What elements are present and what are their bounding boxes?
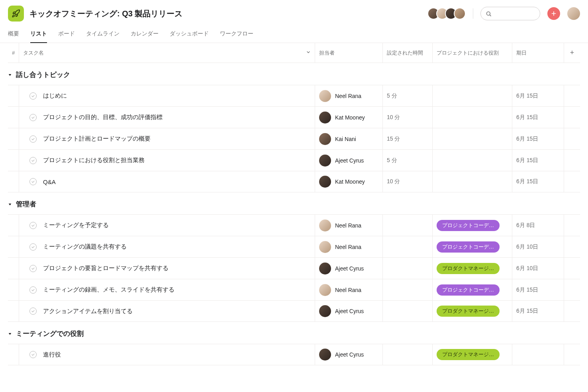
- task-name-cell[interactable]: ミーティングの録画、メモ、スライドを共有する: [19, 279, 315, 300]
- time-cell[interactable]: 10 分: [383, 107, 433, 128]
- project-members[interactable]: [427, 8, 466, 20]
- assignee-cell[interactable]: Ajeet Cyrus: [315, 150, 383, 171]
- role-cell[interactable]: [433, 128, 512, 149]
- date-cell[interactable]: 6月 15日: [512, 279, 564, 300]
- task-name-cell[interactable]: プロジェクトの目的、目標、成功の評価指標: [19, 107, 315, 128]
- role-cell[interactable]: [433, 171, 512, 192]
- assignee-cell[interactable]: Neel Rana: [315, 236, 383, 257]
- role-cell[interactable]: プロダクトマネージ…: [433, 258, 512, 279]
- role-cell[interactable]: プロジェクトコーデ…: [433, 279, 512, 300]
- task-row[interactable]: 進行役Ajeet Cyrusプロダクトマネージ…: [8, 344, 580, 365]
- assignee-avatar[interactable]: [319, 349, 331, 361]
- role-pill[interactable]: プロダクトマネージ…: [437, 349, 500, 360]
- task-row[interactable]: はじめにNeel Rana5 分6月 15日: [8, 85, 580, 106]
- current-user-avatar[interactable]: [567, 7, 580, 20]
- role-cell[interactable]: [433, 150, 512, 171]
- task-complete-checkbox[interactable]: [29, 92, 37, 100]
- assignee-cell[interactable]: Kat Mooney: [315, 107, 383, 128]
- task-row[interactable]: アクションアイテムを割り当てるAjeet Cyrusプロダクトマネージ…6月 1…: [8, 300, 580, 322]
- assignee-cell[interactable]: Neel Rana: [315, 215, 383, 236]
- section-collapse-icon[interactable]: [8, 73, 12, 77]
- assignee-cell[interactable]: Neel Rana: [315, 85, 383, 106]
- time-cell[interactable]: 5 分: [383, 150, 433, 171]
- column-time[interactable]: 設定された時間: [383, 43, 433, 63]
- date-cell[interactable]: 6月 10日: [512, 258, 564, 279]
- date-cell[interactable]: 6月 15日: [512, 85, 564, 106]
- date-cell[interactable]: [512, 344, 564, 365]
- assignee-avatar[interactable]: [319, 112, 331, 123]
- assignee-cell[interactable]: Kai Nani: [315, 128, 383, 149]
- date-cell[interactable]: 6月 15日: [512, 107, 564, 128]
- role-cell[interactable]: プロジェクトコーデ…: [433, 236, 512, 257]
- task-row[interactable]: プロジェクトの目的、目標、成功の評価指標Kat Mooney10 分6月 15日: [8, 106, 580, 128]
- time-cell[interactable]: [383, 279, 433, 300]
- role-cell[interactable]: [433, 85, 512, 106]
- task-complete-checkbox[interactable]: [29, 265, 37, 272]
- assignee-avatar[interactable]: [319, 220, 331, 231]
- section-header[interactable]: 話し合うトピック: [8, 63, 580, 85]
- date-cell[interactable]: 6月 8日: [512, 215, 564, 236]
- date-cell[interactable]: 6月 15日: [512, 301, 564, 321]
- role-cell[interactable]: プロジェクトコーデ…: [433, 215, 512, 236]
- task-name-cell[interactable]: 進行役: [19, 344, 315, 365]
- time-cell[interactable]: [383, 215, 433, 236]
- assignee-cell[interactable]: Neel Rana: [315, 279, 383, 300]
- task-row[interactable]: ミーティングを予定するNeel Ranaプロジェクトコーデ…6月 8日: [8, 214, 580, 236]
- section-collapse-icon[interactable]: [8, 202, 12, 206]
- task-row[interactable]: ミーティングの議題を共有するNeel Ranaプロジェクトコーデ…6月 10日: [8, 236, 580, 257]
- time-cell[interactable]: [383, 258, 433, 279]
- role-pill[interactable]: プロダクトマネージ…: [437, 263, 500, 274]
- assignee-avatar[interactable]: [319, 176, 331, 188]
- chevron-down-icon[interactable]: [306, 50, 311, 56]
- section-header[interactable]: ミーティングでの役割: [8, 322, 580, 344]
- assignee-cell[interactable]: Ajeet Cyrus: [315, 301, 383, 321]
- role-cell[interactable]: プロダクトマネージ…: [433, 344, 512, 365]
- time-cell[interactable]: 15 分: [383, 128, 433, 149]
- tab-ワークフロー[interactable]: ワークフロー: [220, 27, 253, 43]
- task-name-cell[interactable]: はじめに: [19, 85, 315, 106]
- task-name-cell[interactable]: プロジェクトの要旨とロードマップを共有する: [19, 258, 315, 279]
- time-cell[interactable]: [383, 301, 433, 321]
- role-pill[interactable]: プロジェクトコーデ…: [437, 284, 500, 296]
- tab-概要[interactable]: 概要: [8, 27, 19, 43]
- task-name-cell[interactable]: Q&A: [19, 171, 315, 192]
- section-header[interactable]: 管理者: [8, 192, 580, 214]
- task-complete-checkbox[interactable]: [29, 243, 37, 251]
- role-pill[interactable]: プロジェクトコーデ…: [437, 220, 500, 231]
- date-cell[interactable]: 6月 15日: [512, 128, 564, 149]
- assignee-avatar[interactable]: [319, 241, 331, 253]
- task-row[interactable]: ミーティングの録画、メモ、スライドを共有するNeel Ranaプロジェクトコーデ…: [8, 279, 580, 300]
- assignee-cell[interactable]: Ajeet Cyrus: [315, 344, 383, 365]
- task-complete-checkbox[interactable]: [29, 178, 37, 185]
- role-cell[interactable]: プロダクトマネージ…: [433, 301, 512, 321]
- assignee-cell[interactable]: Kat Mooney: [315, 171, 383, 192]
- add-button[interactable]: [547, 7, 560, 20]
- assignee-avatar[interactable]: [319, 284, 331, 296]
- date-cell[interactable]: 6月 10日: [512, 236, 564, 257]
- time-cell[interactable]: [383, 236, 433, 257]
- role-pill[interactable]: プロダクトマネージ…: [437, 306, 500, 317]
- task-name-cell[interactable]: ミーティングを予定する: [19, 215, 315, 236]
- assignee-avatar[interactable]: [319, 90, 331, 102]
- task-complete-checkbox[interactable]: [29, 351, 37, 358]
- assignee-cell[interactable]: Ajeet Cyrus: [315, 258, 383, 279]
- task-row[interactable]: プロジェクト計画とロードマップの概要Kai Nani15 分6月 15日: [8, 128, 580, 149]
- column-taskname[interactable]: タスク名: [19, 43, 315, 63]
- task-name-cell[interactable]: プロジェクトにおける役割と担当業務: [19, 150, 315, 171]
- task-name-cell[interactable]: ミーティングの議題を共有する: [19, 236, 315, 257]
- assignee-avatar[interactable]: [319, 133, 331, 145]
- project-icon[interactable]: [8, 6, 24, 22]
- date-cell[interactable]: 6月 15日: [512, 150, 564, 171]
- role-cell[interactable]: [433, 107, 512, 128]
- time-cell[interactable]: [383, 344, 433, 365]
- task-complete-checkbox[interactable]: [29, 114, 37, 121]
- tab-ボード[interactable]: ボード: [58, 27, 75, 43]
- task-complete-checkbox[interactable]: [29, 286, 37, 294]
- task-complete-checkbox[interactable]: [29, 135, 37, 143]
- task-complete-checkbox[interactable]: [29, 308, 37, 315]
- tab-ダッシュボード[interactable]: ダッシュボード: [170, 27, 209, 43]
- column-date[interactable]: 期日: [512, 43, 564, 63]
- column-role[interactable]: プロジェクトにおける役割: [433, 43, 512, 63]
- task-name-cell[interactable]: アクションアイテムを割り当てる: [19, 301, 315, 321]
- time-cell[interactable]: 10 分: [383, 171, 433, 192]
